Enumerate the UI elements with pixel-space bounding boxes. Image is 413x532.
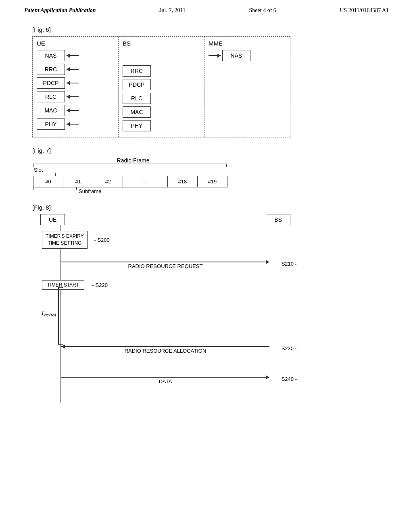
ue-rrc-box: RRC	[37, 64, 65, 75]
bs-pdcp-box: PDCP	[123, 79, 151, 90]
ue-column: UE NAS RRC PDCP	[33, 37, 119, 137]
bs-mac-box: MAC	[123, 106, 151, 118]
s200-box: TIMER'S EXPIRYTIME SETTING	[42, 231, 88, 249]
mme-title: MME	[209, 40, 286, 47]
subframe-bracket	[33, 187, 77, 190]
s220-box: TIMER START	[42, 280, 84, 290]
bs-phy-row: PHY	[123, 120, 200, 131]
s210-label: S210	[282, 261, 294, 267]
bs-rlc-box: RLC	[123, 93, 151, 104]
fig8-container: [Fig. 8] UE BS TIMER'S EXPIRYTIME SETTIN…	[32, 204, 381, 403]
bs-mac-row: MAC	[123, 106, 200, 118]
fig6-container: [Fig. 6] UE NAS RRC	[32, 26, 381, 137]
ue-nas-arrow	[67, 55, 79, 56]
s210-arrow	[61, 262, 269, 262]
s240-arrowhead	[266, 375, 269, 379]
ue-rlc-row: RLC	[37, 91, 114, 102]
ue-title: UE	[37, 40, 114, 47]
frame-cell-18: #18	[168, 176, 198, 187]
s200-label: ~ S200	[93, 237, 110, 243]
subframe-label: Subframe	[79, 188, 101, 194]
fig7-container: [Fig. 7] Radio Frame Slot #0 #1 #2 ··· #	[32, 147, 381, 194]
ue-mac-arrow	[67, 110, 79, 111]
bs-rlc-row: RLC	[123, 93, 200, 104]
ue-rrc-arrow	[67, 69, 79, 70]
frame-cell-dots: ···	[123, 176, 168, 187]
frame-cell-1: #1	[63, 176, 93, 187]
ue-rrc-row: RRC	[37, 64, 114, 75]
s210-dash: ←	[294, 262, 298, 266]
ue-mac-row: MAC	[37, 105, 114, 116]
s240-dash: ←	[294, 377, 298, 382]
mme-column: MME NAS	[204, 37, 290, 137]
s230-arrowhead	[61, 345, 65, 349]
ue-rlc-box: RLC	[37, 91, 65, 102]
main-content: [Fig. 6] UE NAS RRC	[0, 18, 413, 419]
protocol-diagram: UE NAS RRC PDCP	[32, 36, 290, 137]
mme-nas-box: NAS	[222, 50, 250, 61]
s220-label: ~ S220	[91, 282, 108, 288]
s240-msg: DATA	[61, 378, 269, 384]
mme-nas-arrow	[209, 55, 221, 56]
bs-column: BS RRC PDCP RLC MAC PHY	[119, 37, 204, 137]
s220-group: TIMER START ~ S220	[42, 280, 84, 290]
t-expired-top-tick	[58, 287, 63, 288]
bs-pdcp-row: PDCP	[123, 79, 200, 90]
page-header: Patent Application Publication Jul. 7, 2…	[0, 0, 413, 18]
mme-nas-row: NAS	[209, 50, 286, 61]
slot-bracket	[34, 173, 56, 176]
radio-frame-label-area: Radio Frame	[32, 157, 230, 167]
ue-phy-box: PHY	[37, 118, 65, 130]
bs-rrc-box: RRC	[123, 65, 151, 77]
ue-lifeline	[60, 225, 61, 403]
subframe-area: Subframe	[33, 187, 230, 194]
s230-dashed-return	[44, 357, 61, 357]
ue-nas-box: NAS	[37, 50, 65, 61]
ue-phy-arrow	[67, 124, 79, 125]
bs-lifeline	[270, 225, 271, 403]
bs-title: BS	[123, 40, 200, 47]
bs-rrc-row: RRC	[123, 65, 200, 77]
s230-group: RADIO RESOURCE ALLOCATION S230 ←	[61, 346, 269, 354]
ue-phy-row: PHY	[37, 118, 114, 130]
ue-pdcp-arrow	[67, 83, 79, 83]
header-date: Jul. 7, 2011	[159, 7, 186, 14]
s240-arrow	[61, 377, 269, 378]
seq-entity-row: UE BS	[40, 214, 290, 225]
radio-frame-top-bracket	[33, 164, 227, 167]
s210-group: RADIO RESOURCE REQUEST S210 ←	[61, 262, 269, 269]
ue-pdcp-row: PDCP	[37, 77, 114, 89]
s210-arrowhead	[266, 260, 269, 264]
radio-frame-text: Radio Frame	[32, 157, 230, 164]
fig7-label: [Fig. 7]	[32, 147, 381, 154]
ue-nas-row: NAS	[37, 50, 114, 61]
header-patent-number: US 2011/0164587 A1	[340, 7, 389, 14]
bs-nas-spacer	[123, 50, 200, 63]
frame-cell-0: #0	[33, 176, 63, 187]
s230-dash: ←	[294, 346, 298, 351]
slot-bracket-group: Slot	[32, 167, 56, 176]
frame-cell-2: #2	[93, 176, 123, 187]
ue-mac-box: MAC	[37, 105, 65, 116]
header-sheet: Sheet 4 of 6	[249, 7, 276, 14]
frame-cells: #0 #1 #2 ··· #18 #19	[33, 176, 227, 187]
s200-group: TIMER'S EXPIRYTIME SETTING ~ S200	[42, 231, 88, 249]
slot-area: Slot	[32, 167, 230, 176]
s240-group: DATA S240 ←	[61, 377, 269, 384]
s240-label: S240	[282, 376, 294, 382]
s210-msg: RADIO RESOURCE REQUEST	[61, 263, 269, 269]
seq-bs-entity: BS	[266, 214, 290, 225]
seq-ue-entity: UE	[40, 214, 65, 225]
fig6-label: [Fig. 6]	[32, 26, 381, 33]
ue-rlc-arrow	[67, 96, 79, 97]
ue-pdcp-box: PDCP	[37, 77, 65, 89]
header-publication-type: Patent Application Publication	[24, 7, 96, 14]
bs-phy-box: PHY	[123, 120, 151, 131]
frame-cell-19: #19	[198, 176, 227, 187]
t-expired-label: Texpired	[41, 310, 56, 317]
seq-body: TIMER'S EXPIRYTIME SETTING ~ S200 RADIO …	[40, 225, 290, 403]
radio-frame-diagram: Radio Frame Slot #0 #1 #2 ··· #18 #19	[32, 157, 230, 194]
s230-msg: RADIO RESOURCE ALLOCATION	[61, 348, 269, 354]
t-expired-vline	[58, 287, 59, 344]
s230-label: S230	[282, 345, 294, 351]
